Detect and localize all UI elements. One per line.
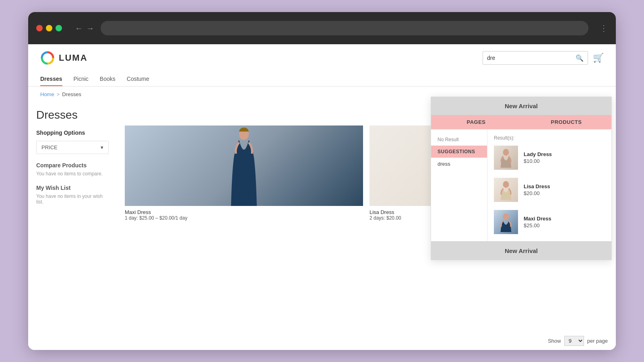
product-price-maxi: 1 day: $25.00 – $20.00/1 day bbox=[125, 215, 363, 221]
search-dropdown: New Arrival PAGES PRODUCTS No Result SUG… bbox=[431, 97, 612, 260]
price-filter-chevron: ▾ bbox=[101, 144, 103, 150]
svg-point-4 bbox=[503, 181, 509, 188]
result-name-lady: Lady Dress bbox=[524, 151, 605, 157]
result-name-maxi: Maxi Dress bbox=[524, 216, 605, 222]
logo-icon bbox=[40, 51, 55, 65]
traffic-lights bbox=[36, 25, 62, 31]
nav-item-costume[interactable]: Costume bbox=[127, 72, 149, 86]
dropdown-tabs: PAGES PRODUCTS bbox=[431, 115, 611, 130]
per-page-select[interactable]: 9 18 36 bbox=[564, 336, 584, 346]
browser-chrome: ← → ⋮ bbox=[28, 12, 616, 44]
result-image-lady bbox=[494, 146, 518, 170]
lisa-dress-result-svg bbox=[496, 179, 516, 201]
site-header: LUMA 🔍 🛒 Dresses Picnic Books bbox=[28, 44, 616, 86]
suggestion-dress[interactable]: dress bbox=[431, 158, 487, 170]
minimize-button[interactable] bbox=[46, 25, 52, 31]
dropdown-footer[interactable]: New Arrival bbox=[431, 241, 611, 260]
compare-section: Compare Products You have no items to co… bbox=[36, 162, 109, 177]
page-title: Dresses bbox=[36, 109, 109, 121]
pages-tab[interactable]: PAGES bbox=[431, 115, 521, 129]
products-tab[interactable]: PRODUCTS bbox=[521, 115, 611, 129]
result-name-lisa: Lisa Dress bbox=[524, 183, 605, 189]
result-maxi-dress[interactable]: Maxi Dress $25.00 bbox=[487, 206, 611, 238]
maximize-button[interactable] bbox=[56, 25, 62, 31]
result-image-lisa bbox=[494, 178, 518, 202]
url-input[interactable] bbox=[107, 25, 582, 31]
result-price-lisa: $20.00 bbox=[524, 190, 605, 196]
dropdown-body: No Result SUGGESTIONS dress Result(s): bbox=[431, 130, 611, 241]
nav-item-books[interactable]: Books bbox=[100, 72, 116, 86]
breadcrumb-home[interactable]: Home bbox=[40, 91, 54, 97]
dropdown-left: No Result SUGGESTIONS dress bbox=[431, 130, 487, 241]
result-info-lisa: Lisa Dress $20.00 bbox=[524, 183, 605, 196]
wishlist-text: You have no items in your wish list. bbox=[36, 193, 109, 205]
result-lisa-dress[interactable]: Lisa Dress $20.00 bbox=[487, 174, 611, 206]
suggestions-tab[interactable]: SUGGESTIONS bbox=[431, 146, 487, 158]
price-filter[interactable]: PRICE ▾ bbox=[36, 141, 109, 154]
browser-nav-buttons: ← → bbox=[75, 24, 94, 33]
browser-window: ← → ⋮ bbox=[28, 12, 616, 350]
cart-icon[interactable]: 🛒 bbox=[593, 53, 604, 63]
wishlist-title: My Wish List bbox=[36, 185, 109, 191]
search-input[interactable] bbox=[483, 55, 572, 61]
result-price-lady: $10.00 bbox=[524, 158, 605, 164]
close-button[interactable] bbox=[36, 25, 43, 31]
search-box[interactable]: 🔍 bbox=[483, 51, 588, 65]
breadcrumb-separator: > bbox=[57, 91, 60, 97]
price-filter-label: PRICE bbox=[41, 144, 58, 150]
breadcrumb-current: Dresses bbox=[62, 91, 81, 97]
site-nav: Dresses Picnic Books Costume bbox=[40, 72, 604, 86]
dropdown-header: New Arrival bbox=[431, 97, 611, 115]
compare-text: You have no items to compare. bbox=[36, 171, 109, 177]
shopping-options-title: Shopping Options bbox=[36, 130, 109, 136]
wishlist-section: My Wish List You have no items in your w… bbox=[36, 185, 109, 205]
nav-item-picnic[interactable]: Picnic bbox=[74, 72, 89, 86]
product-name-maxi: Maxi Dress bbox=[125, 209, 363, 215]
address-bar[interactable] bbox=[101, 21, 588, 35]
product-card-maxi[interactable]: Maxi Dress 1 day: $25.00 – $20.00/1 day bbox=[125, 125, 363, 221]
result-label: Result(s): bbox=[487, 133, 611, 142]
result-lady-dress[interactable]: Lady Dress $10.00 bbox=[487, 142, 611, 174]
header-right: 🔍 🛒 bbox=[483, 51, 604, 65]
maxi-dress-svg bbox=[228, 125, 260, 206]
show-label: Show bbox=[548, 338, 561, 344]
result-info-lady: Lady Dress $10.00 bbox=[524, 151, 605, 164]
lady-dress-result-svg bbox=[496, 146, 516, 169]
left-sidebar: Dresses Shopping Options PRICE ▾ Compare… bbox=[28, 102, 117, 350]
product-image-maxi bbox=[125, 125, 363, 206]
svg-point-3 bbox=[503, 149, 509, 156]
result-info-maxi: Maxi Dress $25.00 bbox=[524, 216, 605, 228]
header-top: LUMA 🔍 🛒 bbox=[40, 51, 604, 65]
dropdown-right: Result(s): Lady Dress bbox=[487, 130, 611, 241]
maxi-dress-result-svg bbox=[496, 211, 516, 233]
no-result-label: No Result bbox=[431, 134, 487, 146]
result-price-maxi: $25.00 bbox=[524, 222, 605, 228]
logo-text: LUMA bbox=[59, 53, 88, 63]
svg-point-5 bbox=[503, 213, 509, 220]
nav-item-dresses[interactable]: Dresses bbox=[40, 72, 62, 86]
compare-title: Compare Products bbox=[36, 162, 109, 169]
pagination-bar: Show 9 18 36 per page bbox=[548, 336, 608, 346]
logo-area: LUMA bbox=[40, 51, 88, 65]
browser-menu-icon[interactable]: ⋮ bbox=[600, 23, 608, 33]
page-content: LUMA 🔍 🛒 Dresses Picnic Books bbox=[28, 44, 616, 350]
forward-button[interactable]: → bbox=[86, 24, 94, 33]
per-page-label: per page bbox=[587, 338, 608, 344]
search-button[interactable]: 🔍 bbox=[572, 54, 588, 62]
back-button[interactable]: ← bbox=[75, 24, 83, 33]
result-image-maxi bbox=[494, 210, 518, 234]
